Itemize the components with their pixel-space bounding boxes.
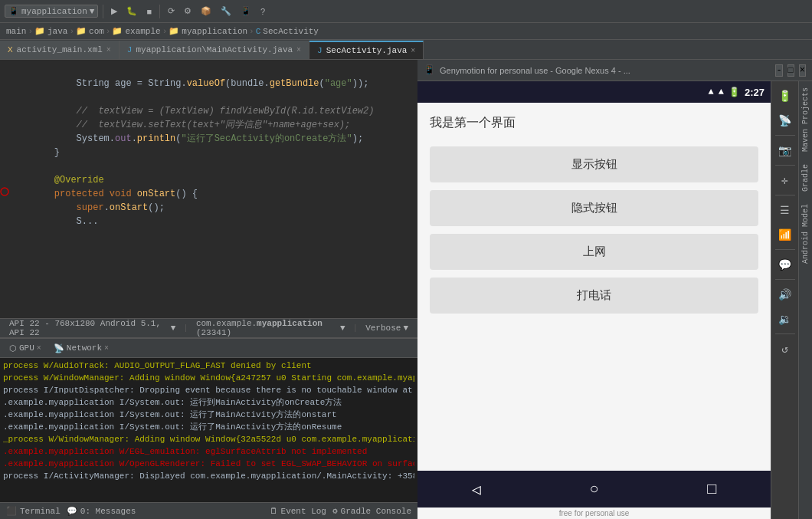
breadcrumb-main[interactable]: main (6, 27, 26, 36)
event-log-icon: 🗒 (270, 506, 278, 516)
terminal-icon: ⬛ (6, 506, 17, 516)
breadcrumb-secactivity-label: SecActivity (263, 27, 319, 36)
code-editor[interactable]: String age = String.valueOf(bundle.getBu… (0, 60, 417, 318)
tab-close-1[interactable]: × (106, 46, 111, 54)
gradle-tab[interactable]: Gradle (799, 158, 812, 198)
android-model-tab[interactable]: Android Model (799, 198, 812, 270)
sync-button[interactable]: ⟳ (165, 5, 178, 18)
minimize-button[interactable]: - (775, 64, 782, 77)
tool5[interactable]: ? (257, 5, 268, 18)
maven-tab[interactable]: Maven Projects (799, 81, 812, 158)
network-label: Network (67, 343, 102, 353)
rotate-tool[interactable]: ↺ (774, 337, 797, 360)
network-tab[interactable]: 📡 Network × (49, 342, 113, 355)
menu-tool[interactable]: ☰ (774, 199, 797, 222)
breadcrumb-main-label: main (6, 27, 26, 36)
camera-tool[interactable]: 📷 (774, 139, 797, 162)
log-line: process I/ActivityManager: Displayed com… (3, 470, 414, 482)
gradle-icon: ⚙ (332, 506, 338, 516)
messages-label: 0: Messages (80, 507, 136, 516)
battery-icon: 🔋 (729, 87, 740, 98)
bottom-toolbar-1: API 22 - 768x1280 Android 5.1, API 22 ▼ … (0, 318, 417, 338)
tool2[interactable]: 📦 (198, 5, 214, 18)
signal-icon: ▲ (719, 87, 724, 97)
show-button[interactable]: 显示按钮 (430, 146, 758, 182)
log-line: .example.myapplication W/EGL_emulation: … (3, 445, 414, 458)
messages-btn[interactable]: 💬 0: Messages (67, 506, 136, 516)
code-line: S... (0, 215, 417, 228)
vol-up-tool[interactable]: 🔊 (774, 283, 797, 306)
tool-sep2 (775, 165, 795, 166)
tool3[interactable]: 🔧 (218, 5, 234, 18)
recents-button[interactable]: □ (707, 481, 716, 498)
code-line (0, 90, 417, 104)
hidden-button[interactable]: 隐式按钮 (430, 190, 758, 226)
breadcrumb: main › 📁 java › 📁 com › 📁 example › 📁 my… (0, 23, 812, 40)
code-line: // textView.setText(text+"同学信息"+name+age… (0, 118, 417, 132)
back-button[interactable]: ◁ (472, 480, 481, 499)
internet-button[interactable]: 上网 (430, 234, 758, 270)
home-button[interactable]: ○ (590, 481, 599, 498)
genymotion-app-icon: 📱 (424, 64, 435, 76)
log-line: process W/AudioTrack: AUDIO_OUTPUT_FLAG_… (3, 360, 414, 372)
breadcrumb-example[interactable]: 📁 example (112, 26, 160, 36)
line-num (9, 77, 32, 90)
gradle-console-btn[interactable]: ⚙ Gradle Console (332, 506, 411, 516)
app-title: 我是第一个界面 (430, 115, 758, 131)
move-tool[interactable]: ✛ (774, 169, 797, 192)
battery-tool[interactable]: 🔋 (774, 84, 797, 107)
code-line: super.onStart(); (0, 201, 417, 215)
close-button[interactable]: × (799, 64, 806, 77)
folder-icon: 📁 (34, 26, 45, 36)
logcat-area[interactable]: process W/AudioTrack: AUDIO_OUTPUT_FLAG_… (0, 358, 417, 502)
vol-down-tool[interactable]: 🔉 (774, 307, 797, 330)
tool1[interactable]: ⚙ (181, 5, 195, 18)
message-tool[interactable]: 💬 (774, 253, 797, 276)
event-log-label: Event Log (281, 507, 326, 516)
bottom-toolbar-2: ⬡ GPU × 📡 Network × (0, 338, 417, 358)
android-status-bar: ▲ ▲ 🔋 2:27 (417, 81, 771, 103)
tab-mainactivity-label: myapplication\MainActivity.java (136, 45, 293, 54)
tab-activity-main-label: activity_main.xml (17, 45, 103, 54)
verbose-selector[interactable]: Verbose ▼ (361, 322, 413, 334)
gpu-label: GPU (19, 343, 34, 353)
gpu-tab[interactable]: ⬡ GPU × (5, 342, 46, 355)
app-selector[interactable]: 📱 myapplication ▼ (5, 5, 98, 18)
genymotion-title: Genymotion for personal use - Google Nex… (440, 66, 771, 75)
signal-tool[interactable]: 📶 (774, 223, 797, 246)
tab-java-icon1: J (127, 45, 133, 54)
stop-button[interactable]: ■ (143, 5, 155, 18)
breadcrumb-com[interactable]: 📁 com (76, 26, 104, 36)
api-selector[interactable]: API 22 - 768x1280 Android 5.1, API 22 ▼ (5, 317, 180, 339)
event-log-btn[interactable]: 🗒 Event Log (270, 506, 326, 516)
call-button[interactable]: 打电话 (430, 278, 758, 314)
tab-close-3[interactable]: × (411, 47, 415, 55)
line-content: String age = String.valueOf(bundle.getBu… (32, 77, 417, 90)
genymotion-titlebar: 📱 Genymotion for personal use - Google N… (417, 60, 812, 81)
gps-tool[interactable]: 📡 (774, 109, 797, 132)
tab-secactivity[interactable]: J SecActivity.java × (309, 41, 424, 59)
tool4[interactable]: 📱 (237, 5, 254, 18)
api-label: API 22 - 768x1280 Android 5.1, API 22 (9, 319, 169, 337)
maximize-button[interactable]: □ (787, 64, 794, 77)
breadcrumb-java[interactable]: 📁 java (34, 26, 67, 36)
package-selector[interactable]: com.example.myapplication (23341) ▼ (192, 317, 350, 339)
log-line: .example.myapplication I/System.out: 运行了… (3, 421, 414, 433)
breadcrumb-com-label: com (89, 27, 104, 36)
terminal-btn[interactable]: ⬛ Terminal (6, 506, 61, 516)
api-dropdown-arrow: ▼ (171, 324, 176, 333)
gpu-close[interactable]: × (37, 344, 41, 353)
separator2 (159, 5, 160, 18)
breadcrumb-secactivity[interactable]: C SecActivity (256, 27, 319, 36)
device-outer: ▲ ▲ 🔋 2:27 我是第一个界面 显示按钮 隐式按钮 上网 打电话 ◁ ○ (417, 81, 812, 519)
tab-java-icon2: J (317, 46, 323, 55)
tab-mainactivity[interactable]: J myapplication\MainActivity.java × (120, 41, 309, 59)
genymotion-panel: 📱 Genymotion for personal use - Google N… (417, 60, 812, 519)
gen-side-toolbar: 🔋 📡 📷 ✛ ☰ 📶 💬 🔊 🔉 ↺ (771, 81, 798, 519)
breadcrumb-myapp[interactable]: 📁 myapplication (169, 26, 247, 36)
tab-activity-main[interactable]: X activity_main.xml × (0, 41, 120, 59)
network-close[interactable]: × (104, 344, 109, 353)
tab-close-2[interactable]: × (296, 46, 301, 54)
debug-button[interactable]: 🐛 (123, 5, 140, 18)
run-button[interactable]: ▶ (108, 5, 120, 18)
